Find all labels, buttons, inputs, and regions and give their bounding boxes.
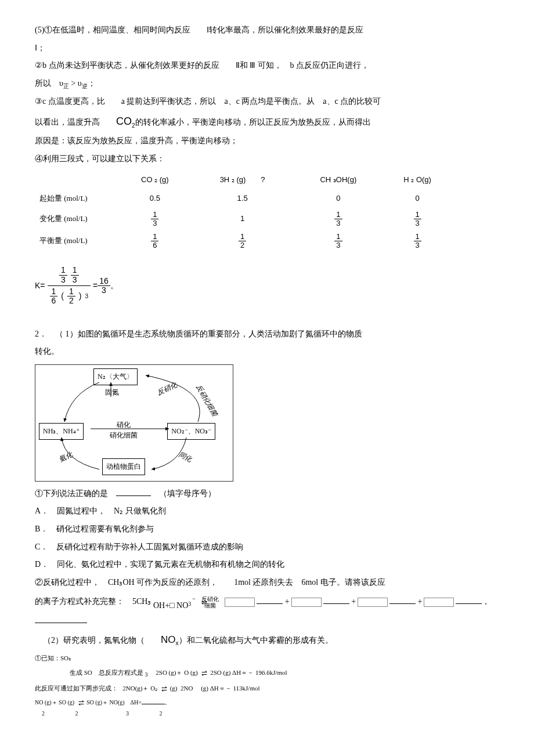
text: 生成 SO 总反应方程式是 — [70, 669, 143, 676]
paragraph-5-1b: Ⅰ； — [35, 41, 499, 56]
table-header: H ₂ O(g) — [382, 171, 453, 190]
q2-2b: 的离子方程式补充完整： 5CH₃ OH+□ NO 3－ 反硝化 ⇌ 细菌 + +… — [35, 592, 499, 610]
equilibrium-arrow: ⇀↽ — [78, 700, 83, 705]
blank-box — [424, 598, 454, 607]
label-fxh-bac: 反硝化细菌 — [192, 382, 221, 419]
box-nh3: NH₃、NH₄⁺ — [39, 423, 84, 440]
text: D． 同化、氨化过程中，实现了氮元素在无机物和有机物之间的转化 — [35, 560, 284, 569]
cell: 1.5 — [190, 189, 295, 208]
blank-line — [456, 595, 482, 604]
paragraph-5-3b: 以看出，温度升高 CO2的转化率减小，平衡逆向移动，所以正反应为放热反应，从而得… — [35, 111, 499, 131]
equilibrium-arrow: ⇀↽ — [201, 671, 206, 675]
text: 原因是：该反应为放热反应，温度升高，平衡逆向移动； — [35, 136, 238, 145]
text: 2SO (g) ΔH＝－ 196.6kJ/mol — [210, 669, 287, 676]
cell: 1 — [190, 208, 295, 230]
option-b: B． 硝化过程需要有氧化剂参与 — [35, 522, 499, 537]
paragraph-5-2a: ②b 点尚未达到平衡状态，从催化剂效果更好的反应 Ⅱ和 Ⅲ 可知， b 点反应仍… — [35, 58, 499, 74]
text: (5)①在低温时，相同温度、相同时间内反应 Ⅰ转化率最高，所以催化剂效果最好的是… — [35, 26, 363, 34]
table-header-row: CO ₂ (g) 3H ₂ (g) ? CH ₃OH(g) H ₂ O(g) — [35, 171, 453, 190]
paragraph-5-2b: 所以 υ正 > υ逆； — [35, 76, 499, 92]
reaction-arrow: 反硝化 ⇌ 细菌 — [201, 598, 219, 607]
cell: 13 — [382, 208, 453, 230]
q2-part2: （2）研究表明，氮氧化物（ NOx）和二氧化硫都与大气中雾霾的形成有关。 — [35, 631, 499, 649]
text: （2）研究表明，氮氧化物（ — [35, 636, 161, 645]
subscript: 3 — [188, 601, 191, 607]
label-anhua: 氨化 — [56, 448, 74, 466]
text: SO (g)＋ NO(g) ΔH= — [86, 699, 142, 706]
label-fanxiaohua: 反硝化 — [155, 378, 179, 399]
period: 。 — [110, 278, 118, 294]
k-prefix: K= — [35, 278, 45, 294]
box-protein: 动植物蛋白 — [102, 458, 145, 475]
q2-intro-b: 转化。 — [35, 344, 499, 360]
text: ②反硝化过程中， CH₃OH 可作为反应的还原剂， 1mol 还原剂失去 6mo… — [35, 578, 385, 587]
blank-box — [225, 598, 255, 607]
text: ①下列说法正确的是 — [35, 489, 116, 498]
text: 2． （ 1）如图的氮循环是生态系统物质循环的重要部分，人类活动加剧了氮循环中的… — [35, 330, 362, 338]
table-row-equilibrium: 平衡量 (mol/L) 16 12 13 13 — [35, 230, 453, 252]
label-tonghua: 同化 — [176, 448, 194, 466]
text: C． 反硝化过程有助于弥补人工固氮对氮循环造成的影响 — [35, 542, 243, 551]
text: 此反应可通过如下两步完成： — [35, 685, 118, 692]
box-no: NO₂⁻、NO₃⁻ — [167, 423, 215, 440]
text: ③c 点温度更高，比 a 提前达到平衡状态，所以 a、c 两点均是平衡点。从 a… — [35, 97, 381, 106]
text: 2NO(g)＋ O₂ — [122, 685, 157, 692]
text: 以看出，温度升高 — [35, 118, 116, 126]
paragraph-5-3c: 原因是：该反应为放热反应，温度升高，平衡逆向移动； — [35, 133, 499, 149]
text: 所以 υ — [35, 79, 63, 88]
blank-line — [323, 595, 349, 604]
subscript: 逆 — [82, 83, 88, 89]
table-header: 3H ₂ (g) ? — [190, 171, 295, 190]
row-label: 平衡量 (mol/L) — [35, 230, 120, 252]
cell: 13 — [120, 208, 190, 230]
blank-line — [35, 614, 87, 623]
nitrogen-cycle-diagram: N₂〈大气〉 NH₃、NH₄⁺ NO₂⁻、NO₃⁻ 动植物蛋白 固氮 反硝化 反… — [35, 364, 233, 482]
text: A． 固氮过程中， N₂ 只做氧化剂 — [35, 507, 166, 515]
text: 。 — [165, 699, 171, 706]
q2-2a: ②反硝化过程中， CH₃OH 可作为反应的还原剂， 1mol 还原剂失去 6mo… — [35, 575, 499, 591]
text: ）和二氧化硫都与大气中雾霾的形成有关。 — [179, 636, 333, 645]
text: 2SO (g)＋ O (g) — [156, 669, 197, 676]
table-header: CO ₂ (g) — [120, 171, 190, 190]
cell: 0 — [382, 189, 453, 208]
cell: 0.5 — [120, 189, 190, 208]
paragraph-5-1: (5)①在低温时，相同温度、相同时间内反应 Ⅰ转化率最高，所以催化剂效果最好的是… — [35, 23, 499, 38]
blank-line — [116, 487, 151, 496]
paragraph-5-3a: ③c 点温度更高，比 a 提前达到平衡状态，所以 a、c 两点均是平衡点。从 a… — [35, 94, 499, 110]
text: 2NO (g) ΔH＝－ 113kJ/mol — [181, 685, 260, 692]
cell: 16 — [120, 230, 190, 252]
eq-line-3: NO (g)＋ SO (g) ⇀↽ SO (g)＋ NO(g) ΔH=。 2 2… — [35, 697, 499, 719]
k-equation: K= 13 13 16 (12)3 = 163 。 — [35, 265, 118, 307]
table-header — [35, 171, 120, 190]
table-row-change: 变化量 (mol/L) 13 1 13 13 — [35, 208, 453, 230]
eq-line-1b: 生成 SO 总反应方程式是 3 2SO (g)＋ O (g) ⇀↽ 2SO (g… — [35, 667, 499, 680]
cell: 13 — [382, 230, 453, 252]
table-row-initial: 起始量 (mol/L) 0.5 1.5 0 0 — [35, 189, 453, 208]
text: ④利用三段式，可以建立以下关系： — [35, 154, 165, 163]
text: ； — [88, 79, 96, 88]
label-xh-bac: 硝化细菌 — [110, 429, 138, 442]
row-label: 起始量 (mol/L) — [35, 189, 120, 208]
blank-box — [358, 598, 388, 607]
blank-box — [291, 598, 322, 607]
eq-line-1: ①已知：SO₂ — [35, 652, 499, 664]
row-label: 变化量 (mol/L) — [35, 208, 120, 230]
exponent: 3 — [85, 293, 88, 299]
text: 的离子方程式补充完整： 5CH₃ — [35, 597, 151, 606]
blank-continuation — [35, 613, 499, 629]
cell: 13 — [295, 208, 383, 230]
co2-formula: CO2 — [116, 115, 135, 127]
ice-table: CO ₂ (g) 3H ₂ (g) ? CH ₃OH(g) H ₂ O(g) 起… — [35, 171, 453, 252]
cell: 0 — [295, 189, 383, 208]
cell: 12 — [190, 230, 295, 252]
blank-line — [142, 698, 165, 704]
text: 转化。 — [35, 347, 59, 356]
eq-line-2: 此反应可通过如下两步完成： 2NO(g)＋ O₂ ⇀↽ (g) 2NO (g) … — [35, 682, 499, 694]
text: > υ — [69, 79, 82, 88]
option-c: C． 反硝化过程有助于弥补人工固氮对氮循环造成的影响 — [35, 540, 499, 555]
option-d: D． 同化、氨化过程中，实现了氮元素在无机物和有机物之间的转化 — [35, 557, 499, 573]
text: 的转化率减小，平衡逆向移动，所以正反应为放热反应，从而得出 — [135, 118, 371, 126]
equilibrium-arrow: ⇀↽ — [161, 686, 166, 691]
box-n2: N₂〈大气〉 — [93, 368, 138, 385]
nox-formula: NOx — [161, 634, 179, 645]
